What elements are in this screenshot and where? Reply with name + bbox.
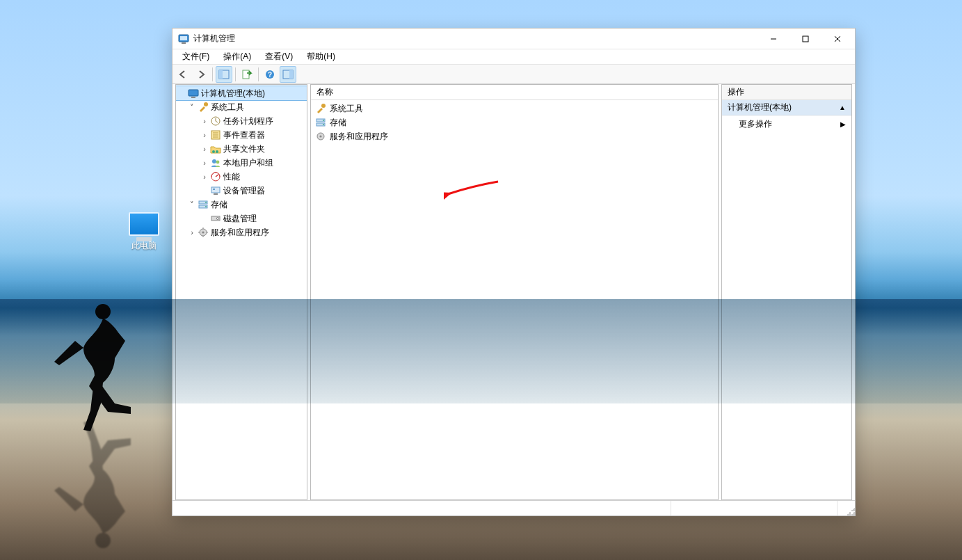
chevron-up-icon: ▲ <box>839 104 846 111</box>
menubar: 文件(F) 操作(A) 查看(V) 帮助(H) <box>173 49 855 65</box>
actions-pane: 操作 计算机管理(本地) ▲ 更多操作 ▶ <box>721 84 852 500</box>
tree-storage[interactable]: ˅ 存储 <box>176 198 307 211</box>
column-label: 名称 <box>316 86 333 98</box>
statusbar <box>173 500 855 515</box>
titlebar[interactable]: 计算机管理 <box>173 29 855 49</box>
expand-icon[interactable]: › <box>200 117 209 125</box>
shared-folder-icon <box>210 143 221 154</box>
toolbar: ? <box>173 65 855 84</box>
tree-disk-management[interactable]: 磁盘管理 <box>176 211 307 225</box>
menu-help[interactable]: 帮助(H) <box>300 49 342 64</box>
resize-grip[interactable] <box>837 501 855 515</box>
svg-point-26 <box>212 159 216 163</box>
collapse-icon[interactable]: ˅ <box>187 200 197 209</box>
tree-label: 性能 <box>223 171 240 183</box>
expand-icon[interactable]: › <box>200 159 209 167</box>
expand-icon[interactable]: › <box>200 173 209 181</box>
toolbar-separator <box>258 67 259 81</box>
minimize-button[interactable] <box>757 29 789 49</box>
svg-point-44 <box>321 104 326 108</box>
svg-rect-30 <box>214 193 218 195</box>
svg-rect-15 <box>289 70 293 79</box>
wallpaper-runner <box>49 299 132 431</box>
menu-action[interactable]: 操作(A) <box>216 49 258 64</box>
menu-file[interactable]: 文件(F) <box>175 49 216 64</box>
tree-label: 任务计划程序 <box>223 115 273 127</box>
toolbar-separator <box>212 67 213 81</box>
status-cell <box>173 501 671 515</box>
svg-point-24 <box>212 150 215 153</box>
expand-icon[interactable]: › <box>187 228 197 237</box>
app-icon <box>178 33 189 45</box>
tree-shared-folders[interactable]: › 共享文件夹 <box>176 142 307 156</box>
menu-view[interactable]: 查看(V) <box>258 49 300 64</box>
tools-icon <box>315 103 326 114</box>
navigation-tree-pane: 计算机管理(本地) ˅ 系统工具 › <box>175 84 307 500</box>
tree-label: 系统工具 <box>211 102 244 113</box>
disk-icon <box>210 213 221 224</box>
close-button[interactable] <box>821 29 853 49</box>
svg-point-25 <box>216 150 218 153</box>
storage-icon <box>198 199 209 210</box>
list-column-header-name[interactable]: 名称 <box>311 85 718 100</box>
client-area: 计算机管理(本地) ˅ 系统工具 › <box>173 84 855 515</box>
actions-more-label: 更多操作 <box>739 118 772 130</box>
tree-local-users-groups[interactable]: › 本地用户和组 <box>176 156 307 170</box>
svg-rect-11 <box>243 70 249 79</box>
tree-label: 共享文件夹 <box>223 143 265 155</box>
svg-rect-4 <box>182 42 186 44</box>
tree-device-manager[interactable]: 设备管理器 <box>176 184 307 198</box>
tree-root-computer-management[interactable]: 计算机管理(本地) <box>176 86 307 100</box>
list-item-services-apps[interactable]: 服务和应用程序 <box>311 129 718 143</box>
list-item-label: 系统工具 <box>330 103 363 115</box>
tree-services-apps[interactable]: › 服务和应用程序 <box>176 225 307 239</box>
tools-icon <box>198 102 209 113</box>
tree-label: 计算机管理(本地) <box>201 88 265 99</box>
svg-point-48 <box>323 124 324 125</box>
services-icon <box>198 227 209 238</box>
content-list-pane: 名称 系统工具 存储 服务和应用程序 <box>310 84 719 500</box>
show-hide-tree-button[interactable] <box>216 66 232 83</box>
desktop-icon-label: 此电脑 <box>131 241 157 250</box>
tree-label: 事件查看器 <box>223 129 265 141</box>
export-list-button[interactable] <box>239 66 255 83</box>
help-button[interactable]: ? <box>262 66 278 83</box>
tree-label: 设备管理器 <box>223 185 265 197</box>
collapse-icon[interactable]: ˅ <box>187 103 197 112</box>
toolbar-separator <box>235 67 236 81</box>
expand-icon[interactable]: › <box>200 145 209 153</box>
svg-rect-10 <box>219 70 223 79</box>
svg-point-39 <box>202 231 204 233</box>
svg-point-1 <box>95 533 111 548</box>
list-item-storage[interactable]: 存储 <box>311 115 718 129</box>
storage-icon <box>315 117 326 128</box>
svg-rect-31 <box>213 189 215 190</box>
chevron-right-icon: ▶ <box>840 120 846 128</box>
expand-icon[interactable]: › <box>200 131 209 139</box>
actions-more[interactable]: 更多操作 ▶ <box>722 115 851 132</box>
maximize-button[interactable] <box>789 29 821 49</box>
show-hide-action-pane-button[interactable] <box>280 66 296 83</box>
tree-performance[interactable]: › 性能 <box>176 170 307 184</box>
svg-text:?: ? <box>268 71 272 79</box>
event-log-icon <box>210 129 221 141</box>
list-item-system-tools[interactable]: 系统工具 <box>311 102 718 115</box>
svg-point-50 <box>319 135 321 137</box>
navigation-tree: 计算机管理(本地) ˅ 系统工具 › <box>176 85 307 241</box>
tree-task-scheduler[interactable]: › 任务计划程序 <box>176 114 307 128</box>
performance-icon <box>210 171 221 182</box>
actions-header-label: 操作 <box>728 86 744 98</box>
actions-context[interactable]: 计算机管理(本地) ▲ <box>722 100 851 115</box>
tree-system-tools[interactable]: ˅ 系统工具 <box>176 100 307 114</box>
tree-label: 服务和应用程序 <box>211 227 269 239</box>
desktop-icon-this-pc[interactable]: 此电脑 <box>120 212 168 252</box>
svg-rect-17 <box>191 97 195 98</box>
svg-rect-29 <box>211 187 220 193</box>
services-icon <box>315 131 326 142</box>
forward-button[interactable] <box>193 66 209 83</box>
tree-event-viewer[interactable]: › 事件查看器 <box>176 128 307 142</box>
svg-rect-16 <box>189 90 198 96</box>
back-button[interactable] <box>175 66 191 83</box>
list-item-label: 存储 <box>330 117 346 129</box>
svg-point-0 <box>95 304 111 319</box>
